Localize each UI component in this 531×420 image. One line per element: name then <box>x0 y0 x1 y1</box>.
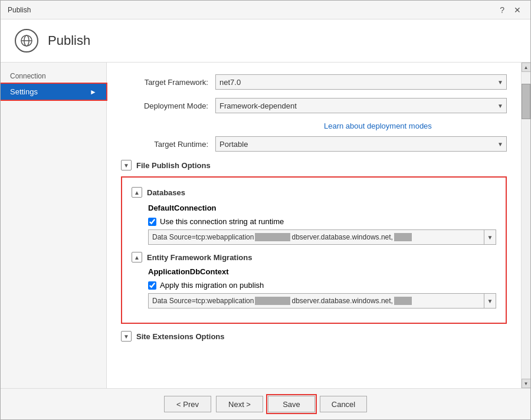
scroll-thumb[interactable] <box>522 84 530 119</box>
target-runtime-label: Target Runtime: <box>121 140 215 149</box>
publish-icon <box>15 29 38 52</box>
scroll-down-btn[interactable]: ▼ <box>522 379 531 388</box>
entity-framework-title: Entity Framework Migrations <box>147 253 252 262</box>
conn-redacted-2 <box>394 233 412 241</box>
header-area: Publish <box>1 19 530 63</box>
scroll-track <box>522 72 530 379</box>
settings-label: Settings <box>10 87 38 96</box>
main-panel: Target Framework: net7.0 ▼ Deployment Mo… <box>107 63 530 388</box>
app-db-context-group: ApplicationDbContext Apply this migratio… <box>132 267 496 309</box>
databases-chevron[interactable]: ▲ <box>132 187 142 198</box>
sidebar-item-settings[interactable]: Settings ► <box>1 84 106 100</box>
file-publish-section: ▼ File Publish Options <box>121 160 507 170</box>
file-publish-chevron[interactable]: ▼ <box>121 160 132 170</box>
default-connection-string-field[interactable]: Data Source=tcp:webapplicationdbserver.d… <box>148 229 484 245</box>
databases-header: ▲ Databases <box>132 187 496 198</box>
conn-redacted-1 <box>255 233 290 241</box>
app-db-context-title: ApplicationDbContext <box>148 267 496 276</box>
deployment-mode-row: Deployment Mode: Framework-dependent ▼ <box>121 98 507 113</box>
main-content: Target Framework: net7.0 ▼ Deployment Mo… <box>107 63 521 388</box>
entity-framework-group: ▲ Entity Framework Migrations Applicatio… <box>132 252 496 309</box>
default-connection-group: DefaultConnection Use this connection st… <box>132 204 496 245</box>
default-connection-string-row: Data Source=tcp:webapplicationdbserver.d… <box>148 229 496 245</box>
site-extensions-section: ▼ Site Extensions Options <box>121 331 507 342</box>
file-publish-header: ▼ File Publish Options <box>121 160 507 170</box>
app-db-context-checkbox-row: Apply this migration on publish <box>148 281 496 290</box>
default-connection-checkbox-row: Use this connection string at runtime <box>148 217 496 226</box>
target-runtime-row: Target Runtime: Portable ▼ <box>121 136 507 152</box>
scrollbar: ▲ ▼ <box>521 63 530 388</box>
target-framework-select-wrapper: net7.0 ▼ <box>215 74 507 90</box>
title-bar: Publish ? ✕ <box>1 1 530 19</box>
close-button[interactable]: ✕ <box>512 5 523 15</box>
sidebar-section-label: Connection <box>1 70 106 83</box>
deployment-mode-select-wrapper: Framework-dependent ▼ <box>215 98 507 113</box>
entity-framework-header: ▲ Entity Framework Migrations <box>132 252 496 262</box>
prev-button[interactable]: < Prev <box>164 396 211 412</box>
conn-redacted-3 <box>255 297 290 305</box>
default-connection-title: DefaultConnection <box>148 204 496 212</box>
app-db-context-dropdown-btn[interactable]: ▼ <box>484 293 496 309</box>
target-runtime-select-wrapper: Portable ▼ <box>215 136 507 152</box>
default-connection-checkbox-label: Use this connection string at runtime <box>160 217 284 226</box>
sidebar-arrow-icon: ► <box>90 88 97 96</box>
learn-deployment-modes-link[interactable]: Learn about deployment modes <box>324 122 432 130</box>
app-db-context-string-row: Data Source=tcp:webapplicationdbserver.d… <box>148 293 496 309</box>
file-publish-title: File Publish Options <box>136 161 211 170</box>
app-db-context-checkbox-label: Apply this migration on publish <box>160 281 264 290</box>
sidebar: Connection Settings ► <box>1 63 107 388</box>
window-title: Publish <box>8 6 31 14</box>
save-button[interactable]: Save <box>268 396 315 412</box>
title-bar-controls: ? ✕ <box>497 5 523 15</box>
conn-redacted-4 <box>394 297 412 305</box>
scroll-up-btn[interactable]: ▲ <box>522 63 531 72</box>
app-db-context-string-field[interactable]: Data Source=tcp:webapplicationdbserver.d… <box>148 293 484 309</box>
content-area: Connection Settings ► Target Framework: … <box>1 63 530 388</box>
conn-suffix-2: dbserver.database.windows.net, <box>291 297 392 305</box>
target-framework-row: Target Framework: net7.0 ▼ <box>121 74 507 90</box>
default-connection-dropdown-btn[interactable]: ▼ <box>484 229 496 245</box>
site-extensions-header: ▼ Site Extensions Options <box>121 331 507 342</box>
cancel-button[interactable]: Cancel <box>320 396 367 412</box>
next-button[interactable]: Next > <box>216 396 263 412</box>
target-framework-label: Target Framework: <box>121 78 215 87</box>
deployment-mode-select[interactable]: Framework-dependent <box>215 98 507 113</box>
app-db-context-checkbox[interactable] <box>148 281 156 290</box>
databases-title: Databases <box>147 188 185 197</box>
default-connection-checkbox[interactable] <box>148 218 156 226</box>
conn-suffix-1: dbserver.database.windows.net, <box>291 233 392 241</box>
conn-prefix-1: Data Source=tcp:webapplication <box>152 233 254 241</box>
target-runtime-select[interactable]: Portable <box>215 136 507 152</box>
help-button[interactable]: ? <box>497 5 507 15</box>
page-title: Publish <box>48 33 90 48</box>
footer: < Prev Next > Save Cancel <box>1 388 530 419</box>
deployment-mode-label: Deployment Mode: <box>121 101 215 110</box>
site-extensions-title: Site Extensions Options <box>136 332 225 341</box>
conn-prefix-2: Data Source=tcp:webapplication <box>152 297 254 305</box>
publish-window: Publish ? ✕ Publish Connection Settings … <box>0 0 531 420</box>
databases-section: ▲ Databases DefaultConnection Use this c… <box>121 176 507 324</box>
entity-framework-chevron[interactable]: ▲ <box>132 252 142 262</box>
target-framework-select[interactable]: net7.0 <box>215 74 507 90</box>
site-extensions-chevron[interactable]: ▼ <box>121 331 132 342</box>
